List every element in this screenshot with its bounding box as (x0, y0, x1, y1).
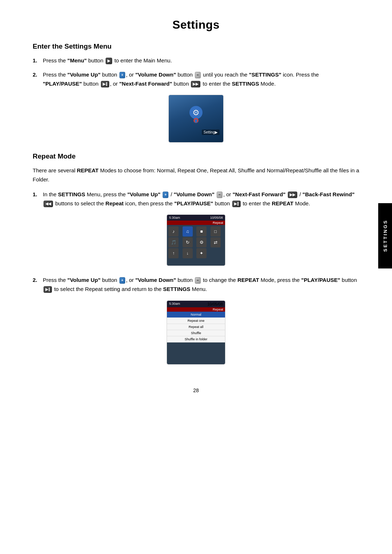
svg-text:👤: 👤 (194, 119, 198, 123)
step2-content: Press the "Volume Up" button +, or "Volu… (43, 70, 359, 89)
section2-title: Repeat Mode (33, 152, 359, 160)
option-shuffle-folder: Shuffle in folder (167, 336, 225, 342)
repeat-step1-content: In the SETTINGS Menu, press the "Volume … (43, 190, 359, 208)
section-repeat-mode: Repeat Mode There are several REPEAT Mod… (33, 152, 359, 366)
repeat-option-list: Normal Repeat one Repeat all Shuffle Shu… (167, 312, 225, 342)
icon-cell-3: ■ (196, 226, 207, 237)
section1-list: 1. Press the "Menu" button ▶ to enter th… (33, 56, 359, 88)
side-tab: SETTINGS (378, 203, 392, 268)
vol-up-icon-2: + (163, 192, 168, 198)
back-rw-icon: ◀◀ (44, 201, 53, 207)
options-screen-time: 5:30am (169, 302, 180, 306)
vol-up-icon: + (119, 72, 125, 78)
repeat-icons-screen: 5:30am 10/05/08 Repeat ♪ ♫ ■ □ 🎵 ↻ ⚙ ⇄ ↑ (167, 215, 225, 266)
icon-cell-1: ♪ (168, 226, 179, 237)
icon-cell-6: ↻ (183, 237, 193, 247)
step2-item: 2. Press the "Volume Up" button +, or "V… (33, 70, 359, 89)
icon-cell-4: □ (211, 226, 221, 237)
page-container: Settings Enter the Settings Menu 1. Pres… (11, 0, 381, 422)
icon-cell-8: ⇄ (211, 237, 221, 247)
next-ff-icon-1: ▶▶ (191, 81, 200, 87)
section1-title: Enter the Settings Menu (33, 42, 359, 50)
repeat-intro: There are several REPEAT Modes to choose… (33, 166, 359, 184)
repeat-options-screenshot-container: 5:30am 10/05/08 Repeat Normal Repeat one… (33, 300, 359, 366)
side-tab-text: SETTINGS (383, 219, 388, 252)
play-pause-icon-3: ▶‖ (44, 286, 52, 293)
repeat-step2-number: 2. (33, 276, 43, 284)
icon-cell-5: 🎵 (168, 237, 179, 247)
repeat-step2-content: Press the "Volume Up" button +, or "Volu… (43, 276, 359, 294)
step2-number: 2. (33, 70, 43, 79)
icon-cell-11: ✦ (196, 248, 207, 258)
icon-cell-2: ♫ (183, 226, 193, 237)
settings-screen-label: Setting▶ (202, 130, 220, 135)
repeat-step1-item: 1. In the SETTINGS Menu, press the "Volu… (33, 190, 359, 208)
repeat-icons-screenshot: 5:30am 10/05/08 Repeat ♪ ♫ ■ □ 🎵 ↻ ⚙ ⇄ ↑ (167, 214, 225, 266)
option-repeat-all: Repeat all (167, 324, 225, 330)
next-ff-icon-2: ▶▶ (288, 192, 297, 198)
step1-content: Press the "Menu" button ▶ to enter the M… (43, 56, 359, 65)
repeat-screen-time: 5:30am (169, 216, 180, 219)
option-shuffle: Shuffle (167, 330, 225, 336)
settings-screenshot: ⚙ 👤 Setting▶ (168, 95, 224, 143)
svg-text:⚙: ⚙ (192, 108, 200, 117)
settings-screenshot-container: ⚙ 👤 Setting▶ (33, 95, 359, 144)
repeat-options-screenshot: 5:30am 10/05/08 Repeat Normal Repeat one… (167, 300, 225, 365)
step1-number: 1. (33, 56, 43, 65)
repeat-screen-title: Repeat (167, 221, 225, 225)
menu-button-icon: ▶ (106, 58, 112, 64)
icon-cell-10: ↓ (183, 248, 193, 258)
option-normal: Normal (167, 312, 225, 318)
vol-down-icon-3: − (195, 277, 201, 284)
repeat-step1-number: 1. (33, 190, 43, 199)
page-number: 28 (33, 387, 359, 393)
settings-gear-svg: ⚙ 👤 (187, 105, 205, 123)
vol-up-icon-3: + (119, 277, 125, 284)
repeat-screen-header: 5:30am 10/05/08 (167, 215, 225, 221)
options-screen-header: 5:30am 10/05/08 (167, 301, 225, 307)
repeat-options-screen: 5:30am 10/05/08 Repeat Normal Repeat one… (167, 301, 225, 364)
option-repeat-one: Repeat one (167, 318, 225, 324)
step1-item: 1. Press the "Menu" button ▶ to enter th… (33, 56, 359, 65)
options-screen-title: Repeat (167, 307, 225, 312)
icon-cell-7: ⚙ (196, 237, 207, 247)
repeat-screen-date: 10/05/08 (210, 216, 223, 219)
vol-down-icon: − (195, 72, 201, 78)
repeat-icon-grid: ♪ ♫ ■ □ 🎵 ↻ ⚙ ⇄ ↑ ↓ ✦ (167, 225, 225, 260)
section2-list-2: 2. Press the "Volume Up" button +, or "V… (33, 276, 359, 294)
play-pause-icon-2: ▶‖ (232, 201, 241, 207)
settings-screen: ⚙ 👤 Setting▶ (169, 95, 223, 142)
section-settings-menu: Enter the Settings Menu 1. Press the "Me… (33, 42, 359, 144)
vol-down-icon-2: − (217, 192, 222, 198)
repeat-icons-screenshot-container: 5:30am 10/05/08 Repeat ♪ ♫ ■ □ 🎵 ↻ ⚙ ⇄ ↑ (33, 214, 359, 267)
section2-list: 1. In the SETTINGS Menu, press the "Volu… (33, 190, 359, 208)
page-title: Settings (33, 18, 359, 32)
repeat-step2-item: 2. Press the "Volume Up" button +, or "V… (33, 276, 359, 294)
play-pause-icon-1: ▶‖ (101, 81, 109, 87)
options-screen-date: 10/05/08 (207, 302, 223, 306)
icon-cell-9: ↑ (168, 248, 179, 258)
